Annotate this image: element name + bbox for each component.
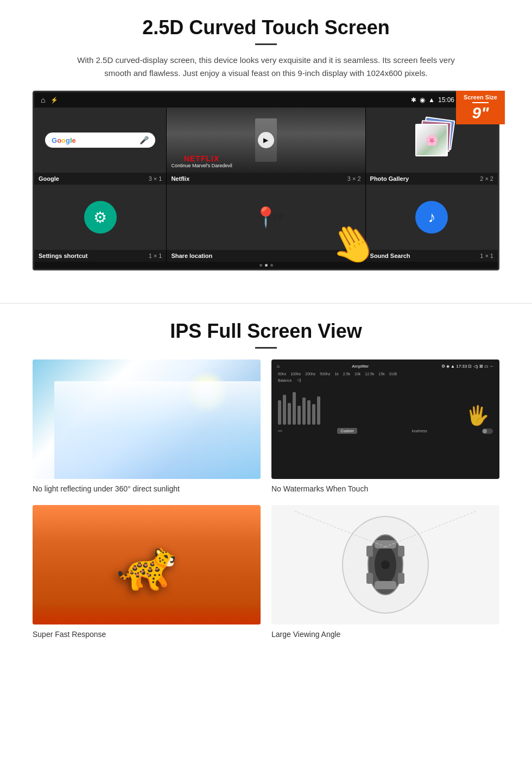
gallery-app-name: Photo Gallery (370, 175, 409, 182)
google-app-size: 3 × 1 (149, 175, 162, 182)
nav-dot-1 (259, 264, 262, 267)
settings-app-size: 1 × 1 (149, 253, 162, 259)
badge-divider (472, 102, 489, 103)
amp-sliders: 🖐 (276, 383, 495, 427)
ground-gradient (33, 603, 261, 624)
cheetah-image: 🐆 (33, 505, 261, 624)
feature-cheetah: 🐆 Super Fast Response (33, 505, 261, 640)
app-grid-row1: Google 🎤 ▶ (34, 108, 498, 173)
gallery-label: Photo Gallery 2 × 2 (366, 173, 498, 185)
google-search-bar[interactable]: Google 🎤 (45, 133, 155, 148)
netflix-label: Netflix 3 × 2 (167, 173, 365, 185)
device-wrapper: Screen Size 9" ⌂ ⚡ ✱ ◉ ▲ 15:06 ⊡ ◁) ⊠ (33, 91, 499, 270)
settings-icon-circle: ⚙ (84, 201, 117, 234)
amp-freq-labels: 60hz100hz200hz500hz1k2.5k10k12.5k15kSUB (276, 371, 495, 377)
netflix-app-name: Netflix (171, 175, 189, 182)
car-visual (271, 505, 499, 624)
photo-stack: 🌸 (410, 118, 453, 162)
sound-app-size: 1 × 1 (480, 253, 493, 259)
svg-line-10 (385, 511, 477, 547)
eq-bar-6 (302, 398, 306, 425)
eq-bar-5 (297, 406, 301, 425)
wifi-icon: ▲ (428, 96, 435, 104)
google-app-name: Google (39, 175, 59, 182)
netflix-subtitle: Continue Marvel's Daredevil (171, 163, 232, 168)
settings-label: Settings shortcut 1 × 1 (34, 250, 166, 262)
amp-footer: << Custom loudness (276, 427, 495, 435)
amp-title: Amplifier (352, 364, 369, 369)
photo-front: 🌸 (415, 124, 448, 156)
app-grid-row2: ⚙ 📍 ☞ 🤚 ♪ (34, 185, 498, 250)
google-logo: Google (52, 136, 76, 144)
amp-back: << (278, 429, 282, 433)
netflix-logo: NETFLIX (171, 154, 232, 163)
google-app-cell[interactable]: Google 🎤 (34, 108, 166, 173)
netflix-app-size: 3 × 2 (347, 175, 361, 182)
amp-header: ⌂ Amplifier ⚙ ◈ ▲ 17:33 ⊡ ◁) ⊠ ▭ ← (276, 364, 495, 369)
car-image (271, 505, 499, 624)
play-button[interactable]: ▶ (258, 132, 274, 148)
loudness-label: loudness (412, 429, 427, 433)
amp-home-icon: ⌂ (277, 364, 280, 369)
share-app-name: Share location (171, 253, 212, 259)
bluetooth-icon: ✱ (411, 96, 416, 104)
google-label: Google 3 × 1 (34, 173, 166, 185)
cheetah-emoji: 🐆 (116, 537, 177, 594)
netflix-content: ▶ NETFLIX Continue Marvel's Daredevil (167, 108, 365, 173)
maps-icon-wrapper: 📍 ☞ (254, 206, 278, 229)
screen-size-badge: Screen Size 9" (456, 91, 505, 124)
netflix-text-overlay: NETFLIX Continue Marvel's Daredevil (171, 154, 232, 168)
gear-icon: ⚙ (93, 209, 107, 226)
angle-lines-svg (271, 505, 499, 624)
sunlight-visual (33, 359, 261, 479)
cheetah-visual: 🐆 (33, 505, 261, 624)
settings-app-cell[interactable]: ⚙ (34, 185, 166, 250)
cheetah-caption: Super Fast Response (33, 629, 261, 640)
feature-car: Large Viewing Angle (271, 505, 499, 640)
svg-line-9 (294, 511, 385, 547)
settings-app-name: Settings shortcut (39, 253, 87, 259)
finger-pointing-icon: ☞ (273, 209, 286, 226)
mic-icon[interactable]: 🎤 (140, 136, 149, 144)
amp-controls: Balance◁) (276, 377, 495, 383)
section1-description: With 2.5D curved-display screen, this de… (76, 54, 456, 80)
page-divider (0, 303, 532, 304)
share-location-cell[interactable]: 📍 ☞ 🤚 (167, 185, 365, 250)
section-curved-touch: 2.5D Curved Touch Screen With 2.5D curve… (0, 0, 532, 281)
title-divider (255, 43, 277, 45)
eq-bars (278, 386, 320, 425)
nav-dots-bar (34, 262, 498, 269)
touch-hand-icon: 🖐 (466, 405, 490, 427)
app-label-row1: Google 3 × 1 Netflix 3 × 2 Photo Gallery… (34, 173, 498, 185)
feature-amplifier: ⌂ Amplifier ⚙ ◈ ▲ 17:33 ⊡ ◁) ⊠ ▭ ← 60hz1… (271, 359, 499, 494)
custom-button[interactable]: Custom (337, 428, 357, 434)
sound-search-cell[interactable]: ♪ (366, 185, 498, 250)
feature-grid: No light reflecting under 360° direct su… (33, 359, 499, 640)
nav-dot-2 (265, 264, 268, 267)
section2-divider (255, 347, 277, 349)
android-screen: ⌂ ⚡ ✱ ◉ ▲ 15:06 ⊡ ◁) ⊠ ▭ (33, 91, 499, 270)
eq-bar-9 (317, 396, 320, 425)
section2-title: IPS Full Screen View (33, 320, 499, 343)
amplifier-image: ⌂ Amplifier ⚙ ◈ ▲ 17:33 ⊡ ◁) ⊠ ▭ ← 60hz1… (271, 359, 499, 479)
eq-bar-4 (293, 392, 296, 425)
amp-icons: ⚙ ◈ ▲ 17:33 ⊡ ◁) ⊠ ▭ ← (441, 364, 494, 369)
feature-sunlight: No light reflecting under 360° direct su… (33, 359, 261, 494)
sunlight-caption: No light reflecting under 360° direct su… (33, 483, 261, 494)
status-bar: ⌂ ⚡ ✱ ◉ ▲ 15:06 ⊡ ◁) ⊠ ▭ (34, 92, 498, 108)
status-time: 15:06 (438, 96, 454, 104)
amplifier-visual: ⌂ Amplifier ⚙ ◈ ▲ 17:33 ⊡ ◁) ⊠ ▭ ← 60hz1… (271, 359, 499, 479)
usb-icon: ⚡ (50, 97, 58, 104)
music-icon-circle: ♪ (415, 201, 448, 234)
netflix-app-cell[interactable]: ▶ NETFLIX Continue Marvel's Daredevil (167, 108, 365, 173)
flower-icon: 🌸 (425, 134, 439, 147)
loudness-toggle[interactable] (482, 428, 493, 434)
eq-bar-7 (307, 400, 311, 425)
amplifier-caption: No Watermarks When Touch (271, 483, 499, 494)
gallery-app-size: 2 × 2 (480, 175, 493, 182)
home-icon[interactable]: ⌂ (41, 96, 45, 104)
status-bar-left: ⌂ ⚡ (41, 96, 58, 104)
badge-label: Screen Size (460, 94, 501, 100)
music-note-icon: ♪ (428, 209, 435, 226)
badge-size: 9" (472, 104, 489, 122)
